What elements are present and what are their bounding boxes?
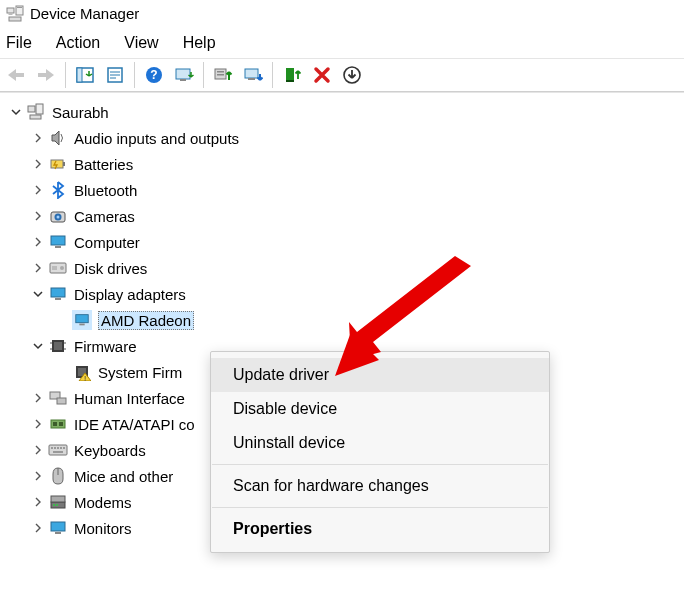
toolbar-separator [272,62,273,88]
toolbar-uninstall-button[interactable] [308,61,336,89]
svg-point-30 [57,216,60,219]
svg-rect-56 [51,447,53,449]
scan-hardware-icon [174,66,194,84]
svg-rect-26 [51,160,63,168]
chevron-down-icon[interactable] [30,286,46,302]
menu-view[interactable]: View [124,34,158,52]
menu-action[interactable]: Action [56,34,100,52]
tree-item-computer[interactable]: Computer [4,229,684,255]
tree-item-cameras[interactable]: Cameras [4,203,684,229]
chevron-right-icon[interactable] [30,156,46,172]
svg-rect-60 [63,447,65,449]
tree-item-label: Display adapters [74,286,186,303]
toolbar-properties-button[interactable] [101,61,129,89]
toolbar-scan-changes-button[interactable] [338,61,366,89]
tree-item-label: Keyboards [74,442,146,459]
toolbar-show-hidden-button[interactable] [71,61,99,89]
arrow-left-icon [5,66,27,84]
tree-item-batteries[interactable]: Batteries [4,151,684,177]
monitor-icon [48,232,68,252]
tree-item-label: Computer [74,234,140,251]
svg-rect-38 [76,315,88,323]
tree-item-display-adapters[interactable]: Display adapters [4,281,684,307]
chevron-right-icon[interactable] [30,208,46,224]
svg-rect-6 [77,68,82,82]
chevron-right-icon[interactable] [30,494,46,510]
svg-rect-0 [7,8,14,13]
svg-rect-68 [55,532,61,534]
tree-item-amd-radeon[interactable]: AMD Radeon [4,307,684,333]
chevron-right-icon[interactable] [30,442,46,458]
help-icon: ? [144,65,164,85]
tree-item-label: Audio inputs and outputs [74,130,239,147]
toolbar-disable-device-button[interactable] [239,61,267,89]
context-menu-properties[interactable]: Properties [211,512,549,546]
svg-rect-58 [57,447,59,449]
svg-point-65 [53,504,55,506]
svg-rect-23 [28,106,35,112]
svg-rect-13 [176,69,190,79]
toolbar-separator [203,62,204,88]
context-menu-separator [212,507,548,508]
menu-help[interactable]: Help [183,34,216,52]
disk-icon [48,258,68,278]
context-menu: Update driver Disable device Uninstall d… [210,351,550,553]
svg-rect-21 [286,80,294,82]
svg-rect-25 [30,115,41,119]
properties-icon [105,66,125,84]
svg-rect-19 [248,78,255,80]
update-driver-icon [213,66,233,84]
svg-rect-17 [217,74,224,76]
context-menu-disable-device[interactable]: Disable device [211,392,549,426]
display-adapter-icon [72,310,92,330]
chevron-right-icon[interactable] [30,468,46,484]
toolbar-help-button[interactable]: ? [140,61,168,89]
tree-item-bluetooth[interactable]: Bluetooth [4,177,684,203]
firmware-chip-icon [48,336,68,356]
computer-root-icon [26,102,46,122]
svg-rect-59 [60,447,62,449]
toolbar-update-driver-button[interactable] [209,61,237,89]
svg-rect-24 [36,104,43,114]
tree-item-label: Human Interface [74,390,185,407]
context-menu-scan-hardware[interactable]: Scan for hardware changes [211,469,549,503]
menu-file[interactable]: File [6,34,32,52]
chevron-right-icon[interactable] [30,416,46,432]
svg-point-66 [56,504,58,506]
context-menu-uninstall-device[interactable]: Uninstall device [211,426,549,460]
svg-rect-14 [180,79,186,81]
tree-root-label: Saurabh [52,104,109,121]
hid-icon [48,388,68,408]
keyboard-icon [48,440,68,460]
svg-rect-20 [286,68,294,80]
red-x-icon [312,65,332,85]
svg-text:?: ? [150,68,157,82]
toolbar-back-button[interactable] [2,61,30,89]
tree-item-disk-drives[interactable]: Disk drives [4,255,684,281]
chevron-right-icon[interactable] [30,390,46,406]
chevron-down-icon[interactable] [30,338,46,354]
chevron-right-icon[interactable] [30,260,46,276]
toolbar-enable-button[interactable] [278,61,306,89]
panel-arrow-icon [75,66,95,84]
toolbar-scan-button[interactable] [170,61,198,89]
tree-item-label: Batteries [74,156,133,173]
modem-icon [48,492,68,512]
chevron-right-icon[interactable] [30,520,46,536]
context-menu-update-driver[interactable]: Update driver [211,358,549,392]
toolbar-forward-button[interactable] [32,61,60,89]
chevron-right-icon[interactable] [30,234,46,250]
chevron-right-icon[interactable] [30,182,46,198]
toolbar: ? [0,58,684,92]
device-manager-app-icon [6,4,24,22]
tree-root[interactable]: Saurabh [4,99,684,125]
window-title: Device Manager [30,5,139,22]
chevron-right-icon[interactable] [30,130,46,146]
svg-rect-18 [245,69,258,78]
svg-rect-39 [79,324,84,326]
tree-item-audio[interactable]: Audio inputs and outputs [4,125,684,151]
chevron-down-icon[interactable] [8,104,24,120]
tree-item-label: AMD Radeon [98,311,194,330]
svg-text:!: ! [84,374,86,382]
svg-rect-51 [57,398,66,404]
